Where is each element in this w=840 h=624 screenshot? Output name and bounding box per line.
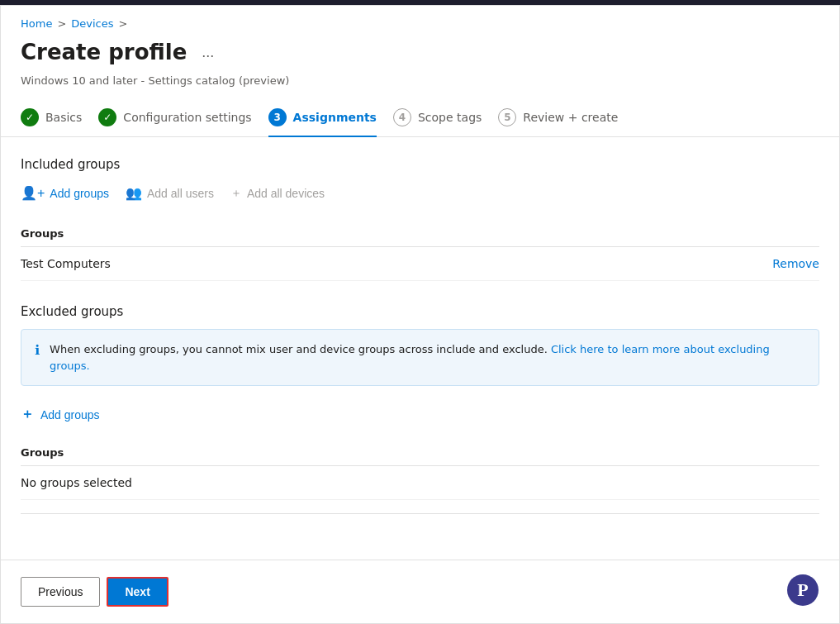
- excluded-groups-col-header: Groups: [21, 440, 819, 466]
- next-button[interactable]: Next: [107, 577, 168, 607]
- add-groups-icon: 👤+: [21, 185, 45, 201]
- add-all-users-icon: 👥: [126, 185, 142, 201]
- breadcrumb-sep1: >: [57, 17, 66, 30]
- no-groups-text: No groups selected: [21, 466, 819, 500]
- add-all-devices-label: Add all devices: [247, 187, 325, 200]
- svg-text:P: P: [797, 579, 808, 600]
- info-icon: ℹ: [35, 342, 40, 358]
- info-text-main: When excluding groups, you cannot mix us…: [50, 343, 548, 355]
- footer-logo: P: [786, 574, 819, 610]
- content-divider: [21, 513, 819, 514]
- footer-nav-buttons: Previous Next: [21, 577, 168, 607]
- add-groups-plus-icon: ＋: [21, 406, 34, 423]
- included-groups-title: Included groups: [21, 157, 819, 172]
- step-basics[interactable]: ✓ Basics: [21, 100, 98, 136]
- step-label-scope-tags: Scope tags: [418, 111, 482, 124]
- add-all-users-label: Add all users: [147, 187, 214, 200]
- included-groups-table: Groups Test Computers Remove: [21, 221, 819, 281]
- info-box: ℹ When excluding groups, you cannot mix …: [21, 329, 819, 386]
- footer: Previous Next P: [1, 560, 839, 623]
- excluded-groups-section: Excluded groups ℹ When excluding groups,…: [21, 304, 819, 500]
- step-configuration[interactable]: ✓ Configuration settings: [98, 100, 268, 136]
- breadcrumb-home[interactable]: Home: [21, 17, 52, 30]
- step-circle-review-create: 5: [498, 108, 516, 126]
- page-header: Create profile ...: [1, 33, 839, 74]
- previous-button[interactable]: Previous: [21, 577, 100, 607]
- step-circle-scope-tags: 4: [393, 108, 411, 126]
- step-label-configuration: Configuration settings: [123, 111, 251, 124]
- step-circle-assignments: 3: [268, 108, 287, 126]
- step-review-create[interactable]: 5 Review + create: [498, 100, 634, 136]
- add-all-devices-icon: ＋: [230, 186, 242, 201]
- breadcrumb: Home > Devices >: [1, 6, 839, 33]
- ellipsis-button[interactable]: ...: [195, 40, 221, 64]
- add-all-users-button[interactable]: 👥 Add all users: [126, 182, 214, 204]
- remove-link[interactable]: Remove: [772, 257, 819, 270]
- add-groups-label-included: Add groups: [50, 187, 109, 200]
- info-text: When excluding groups, you cannot mix us…: [50, 341, 805, 374]
- group-name-cell: Test Computers: [21, 247, 545, 281]
- content-area: Included groups 👤+ Add groups 👥 Add all …: [1, 137, 839, 560]
- add-all-devices-button[interactable]: ＋ Add all devices: [230, 183, 325, 204]
- breadcrumb-devices[interactable]: Devices: [71, 17, 113, 30]
- page-title: Create profile: [21, 40, 187, 64]
- page-subtitle: Windows 10 and later - Settings catalog …: [1, 74, 839, 100]
- excluded-groups-table: Groups No groups selected: [21, 440, 819, 500]
- table-row: Test Computers Remove: [21, 247, 819, 281]
- included-groups-col-header: Groups: [21, 221, 545, 247]
- add-groups-label-excluded: Add groups: [40, 408, 100, 422]
- wizard-steps: ✓ Basics ✓ Configuration settings 3 Assi…: [1, 100, 839, 137]
- excluded-groups-title: Excluded groups: [21, 304, 819, 319]
- add-groups-button-included[interactable]: 👤+ Add groups: [21, 182, 109, 204]
- step-label-review-create: Review + create: [523, 111, 618, 124]
- add-groups-button-excluded[interactable]: ＋ Add groups: [21, 403, 100, 426]
- step-circle-configuration: ✓: [98, 108, 116, 126]
- remove-cell: Remove: [545, 247, 819, 281]
- no-groups-row: No groups selected: [21, 466, 819, 500]
- step-circle-basics: ✓: [21, 108, 39, 126]
- step-label-assignments: Assignments: [293, 111, 377, 124]
- step-assignments[interactable]: 3 Assignments: [268, 100, 393, 136]
- included-groups-actions: 👤+ Add groups 👥 Add all users ＋ Add all …: [21, 182, 819, 204]
- breadcrumb-sep2: >: [119, 17, 128, 30]
- step-scope-tags[interactable]: 4 Scope tags: [393, 100, 498, 136]
- step-label-basics: Basics: [45, 111, 82, 124]
